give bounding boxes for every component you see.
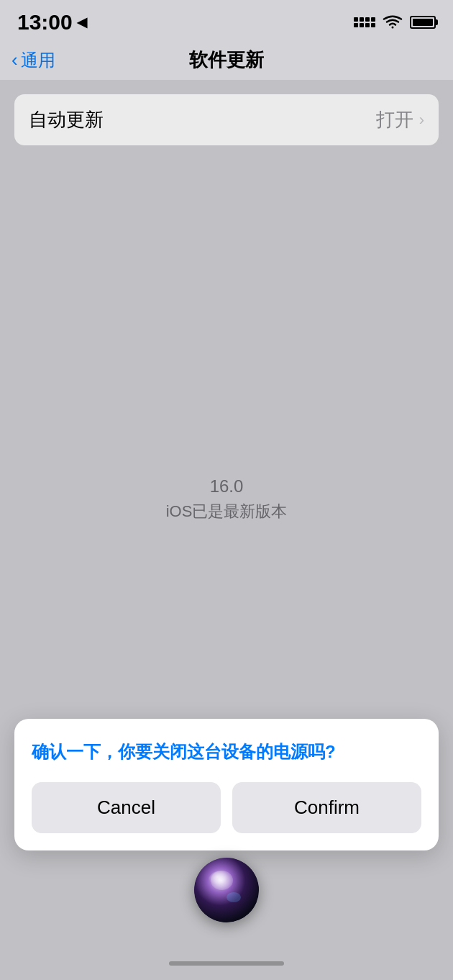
siri-area: [194, 858, 259, 922]
dialog-box: 确认一下，你要关闭这台设备的电源吗? Cancel Confirm: [14, 719, 439, 850]
svg-point-0: [194, 858, 259, 922]
svg-point-1: [209, 871, 234, 891]
siri-button[interactable]: [194, 858, 259, 922]
cancel-button[interactable]: Cancel: [32, 782, 221, 833]
confirm-button[interactable]: Confirm: [232, 782, 421, 833]
dialog-message: 确认一下，你要关闭这台设备的电源吗?: [32, 739, 421, 765]
siri-icon: [194, 858, 259, 922]
dialog-overlay: 确认一下，你要关闭这台设备的电源吗? Cancel Confirm: [0, 0, 453, 980]
home-indicator: [169, 961, 284, 966]
dialog-buttons: Cancel Confirm: [32, 782, 421, 833]
svg-point-2: [226, 892, 241, 902]
